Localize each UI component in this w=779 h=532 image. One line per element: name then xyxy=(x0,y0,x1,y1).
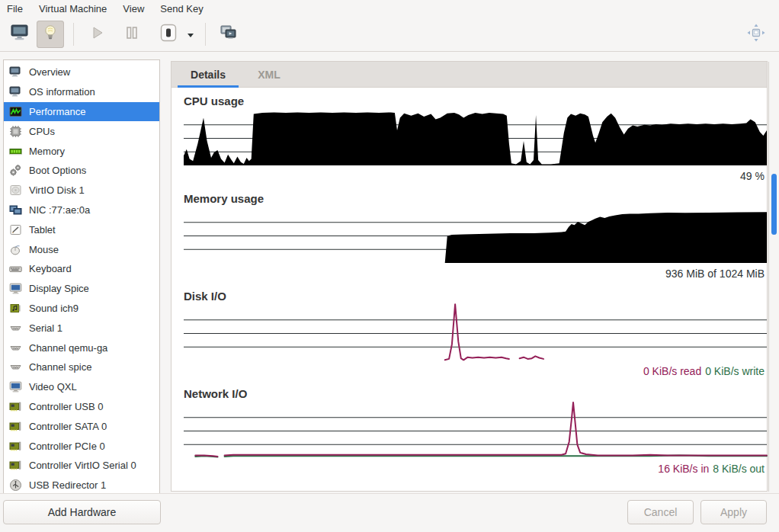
snapshots-button[interactable] xyxy=(215,21,242,48)
tabbar: DetailsXML xyxy=(172,62,767,88)
sidebar-item-overview[interactable]: Overview xyxy=(4,62,159,82)
sidebar-item-label: CPUs xyxy=(29,126,55,137)
sidebar-item-usb-redirector-1[interactable]: USB Redirector 1 xyxy=(4,476,159,495)
menu-virtual-machine[interactable]: Virtual Machine xyxy=(39,3,107,14)
toolbar-separator xyxy=(205,23,206,46)
computer-icon xyxy=(9,85,22,98)
sidebar-item-mouse[interactable]: Mouse xyxy=(4,239,159,259)
shutdown-menu-caret[interactable] xyxy=(184,21,197,48)
show-details-button[interactable] xyxy=(37,21,64,48)
serial-icon xyxy=(9,341,22,354)
sidebar-item-label: NIC :77:ae:0a xyxy=(29,204,90,216)
footer: Add Hardware Cancel Apply xyxy=(0,493,779,532)
tab-xml[interactable]: XML xyxy=(239,62,300,87)
sound-icon xyxy=(9,302,22,315)
fullscreen-arrows-icon xyxy=(746,23,766,46)
sidebar-item-label: Controller PCIe 0 xyxy=(29,441,105,452)
sidebar-item-boot-options[interactable]: Boot Options xyxy=(4,161,159,181)
sidebar-item-label: Channel qemu-ga xyxy=(29,342,107,354)
apply-button[interactable]: Apply xyxy=(700,500,767,524)
cpu-stat: 49 % xyxy=(740,170,765,182)
computer-icon xyxy=(9,66,22,79)
play-icon xyxy=(88,24,106,45)
controller-icon xyxy=(9,459,22,472)
sidebar-item-label: OS information xyxy=(29,86,95,98)
disk-stat: 0 KiB/s read xyxy=(643,365,701,377)
menu-file[interactable]: File xyxy=(7,3,23,14)
caret-down-icon xyxy=(187,27,194,41)
nic-icon xyxy=(9,204,22,216)
details-panel: DetailsXML CPU usage49 %Memory usage936 … xyxy=(171,61,768,492)
sidebar-item-label: Controller VirtIO Serial 0 xyxy=(29,460,136,471)
disk-stat-line: 0 KiB/s read0 KiB/s write xyxy=(184,365,765,377)
run-button[interactable] xyxy=(83,21,111,48)
sidebar-item-video-qxl[interactable]: Video QXL xyxy=(4,377,159,397)
sidebar-item-controller-sata-0[interactable]: Controller SATA 0 xyxy=(4,416,159,436)
fullscreen-button[interactable] xyxy=(742,21,770,48)
cpu-icon xyxy=(9,125,22,138)
memory-stat: 936 MiB of 1024 MiB xyxy=(665,268,765,280)
sidebar-item-os-information[interactable]: OS information xyxy=(4,82,159,102)
toolbar-separator xyxy=(73,23,74,46)
performance-icon xyxy=(9,105,22,118)
network-stat-line: 16 KiB/s in8 KiB/s out xyxy=(184,463,765,475)
sidebar-item-controller-pcie-0[interactable]: Controller PCIe 0 xyxy=(4,436,159,456)
sidebar-item-nic-77-ae-0a[interactable]: NIC :77:ae:0a xyxy=(4,200,159,220)
sidebar-item-serial-1[interactable]: Serial 1 xyxy=(4,318,159,338)
sidebar-item-keyboard[interactable]: Keyboard xyxy=(4,259,159,279)
memory-stat-line: 936 MiB of 1024 MiB xyxy=(184,268,765,280)
disk-icon xyxy=(9,184,22,197)
tab-details[interactable]: Details xyxy=(178,62,239,87)
sidebar-item-label: Video QXL xyxy=(29,381,77,393)
sidebar-item-virtio-disk-1[interactable]: VirtIO Disk 1 xyxy=(4,181,159,200)
scrollbar-thumb[interactable] xyxy=(771,174,777,235)
sidebar-item-channel-qemu-ga[interactable]: Channel qemu-ga xyxy=(4,338,159,357)
serial-icon xyxy=(9,361,22,373)
network-stat: 8 KiB/s out xyxy=(713,463,765,475)
show-console-button[interactable] xyxy=(6,21,34,48)
cpu-chart xyxy=(184,111,767,165)
sidebar-item-label: Serial 1 xyxy=(29,322,63,334)
network-section-title: Network I/O xyxy=(184,388,767,400)
memory-section-title: Memory usage xyxy=(184,193,767,205)
usb-icon xyxy=(9,479,22,492)
add-hardware-button[interactable]: Add Hardware xyxy=(3,500,161,524)
sidebar-item-tablet[interactable]: Tablet xyxy=(4,220,159,239)
tablet-icon xyxy=(9,223,22,236)
disk-stat: 0 KiB/s write xyxy=(705,365,765,377)
dual-monitor-play-icon xyxy=(220,24,238,44)
pause-icon xyxy=(123,24,140,44)
performance-sections: CPU usage49 %Memory usage936 MiB of 1024… xyxy=(172,88,767,475)
sidebar-item-label: Channel spice xyxy=(29,361,91,373)
console-monitor-icon xyxy=(10,24,30,45)
shutdown-button[interactable] xyxy=(155,21,182,48)
sidebar-item-memory[interactable]: Memory xyxy=(4,141,159,161)
controller-icon xyxy=(9,420,22,433)
menubar: FileVirtual MachineViewSend Key xyxy=(0,0,779,17)
disk-chart xyxy=(184,306,767,361)
sidebar-item-label: Mouse xyxy=(29,244,59,255)
display-icon xyxy=(9,380,22,393)
sidebar-item-channel-spice[interactable]: Channel spice xyxy=(4,357,159,377)
sidebar-item-cpus[interactable]: CPUs xyxy=(4,121,159,141)
gears-icon xyxy=(9,164,22,177)
keyboard-icon xyxy=(9,262,22,275)
sidebar-item-controller-virtio-serial-0[interactable]: Controller VirtIO Serial 0 xyxy=(4,456,159,476)
shutdown-device-icon xyxy=(159,22,178,46)
lightbulb-icon xyxy=(42,24,59,45)
pause-button[interactable] xyxy=(118,21,146,48)
memory-chart xyxy=(184,209,767,263)
menu-view[interactable]: View xyxy=(123,3,144,14)
sidebar-item-label: Memory xyxy=(29,146,65,157)
sidebar-item-sound-ich9[interactable]: Sound ich9 xyxy=(4,299,159,319)
cpu-section-title: CPU usage xyxy=(184,95,767,107)
menu-send-key[interactable]: Send Key xyxy=(160,3,203,14)
sidebar-item-controller-usb-0[interactable]: Controller USB 0 xyxy=(4,397,159,417)
cancel-button[interactable]: Cancel xyxy=(627,500,694,524)
sidebar-item-display-spice[interactable]: Display Spice xyxy=(4,279,159,299)
sidebar-item-label: Sound ich9 xyxy=(29,303,79,314)
sidebar-item-label: Overview xyxy=(29,66,70,78)
sidebar-item-performance[interactable]: Performance xyxy=(4,102,159,122)
scrollbar-track[interactable] xyxy=(768,62,779,492)
sidebar-item-label: VirtIO Disk 1 xyxy=(29,184,85,196)
